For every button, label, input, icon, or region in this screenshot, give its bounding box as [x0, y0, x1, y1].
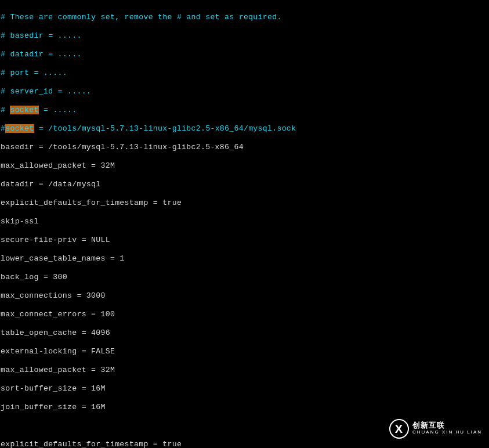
config-line: external-locking = FALSE — [1, 347, 489, 356]
watermark-logo-icon: X — [389, 419, 409, 439]
config-line: datadir = /data/mysql — [1, 180, 489, 189]
watermark-text: 创新互联 CHUANG XIN HU LIAN — [412, 422, 482, 436]
config-line: max_allowed_packet = 32M — [1, 366, 489, 375]
config-line: join_buffer_size = 16M — [1, 403, 489, 412]
highlighted-socket-word: socket — [5, 124, 34, 133]
config-line: table_open_cache = 4096 — [1, 328, 489, 338]
socket-assignment-line: #socket = /tools/mysql-5.7.13-linux-glib… — [1, 124, 489, 133]
config-line: max_connections = 3000 — [1, 291, 489, 301]
config-line: back_log = 300 — [1, 273, 489, 282]
config-line: sort-buffer_size = 16M — [1, 384, 489, 393]
config-line: max_allowed_packet = 32M — [1, 161, 489, 171]
config-line: skip-ssl — [1, 217, 489, 226]
highlighted-socket-word: socket — [10, 106, 38, 114]
config-line: secure-file-priv = NULL — [1, 236, 489, 245]
socket-path: = /tools/mysql-5.7.13-linux-glibc2.5-x86… — [34, 124, 296, 133]
config-line: basedir = /tools/mysql-5.7.13-linux-glib… — [1, 143, 489, 152]
config-line: explicit_defaults_for_timestamp = true — [1, 440, 489, 448]
terminal-viewport[interactable]: # These are commonly set, remove the # a… — [0, 0, 489, 448]
hash-prefix: # — [1, 124, 5, 133]
comment-line: # server_id = ..... — [1, 87, 489, 96]
comment-line: # port = ..... — [1, 68, 489, 78]
socket-comment-line: # socket = ..... — [1, 106, 489, 115]
comment-line: # basedir = ..... — [1, 31, 489, 41]
comment-line: # datadir = ..... — [1, 50, 489, 59]
watermark-main-text: 创新互联 — [412, 422, 482, 429]
watermark-sub-text: CHUANG XIN HU LIAN — [412, 429, 482, 436]
comment-line: # These are commonly set, remove the # a… — [1, 13, 489, 22]
watermark: X 创新互联 CHUANG XIN HU LIAN — [389, 419, 482, 439]
config-line: lower_case_table_names = 1 — [1, 254, 489, 263]
hash-prefix: # — [1, 106, 10, 114]
config-line: explicit_defaults_for_timestamp = true — [1, 198, 489, 208]
config-line: max_connect_errors = 100 — [1, 310, 489, 319]
socket-rest: = ..... — [39, 106, 77, 114]
logo-letter: X — [395, 423, 403, 435]
